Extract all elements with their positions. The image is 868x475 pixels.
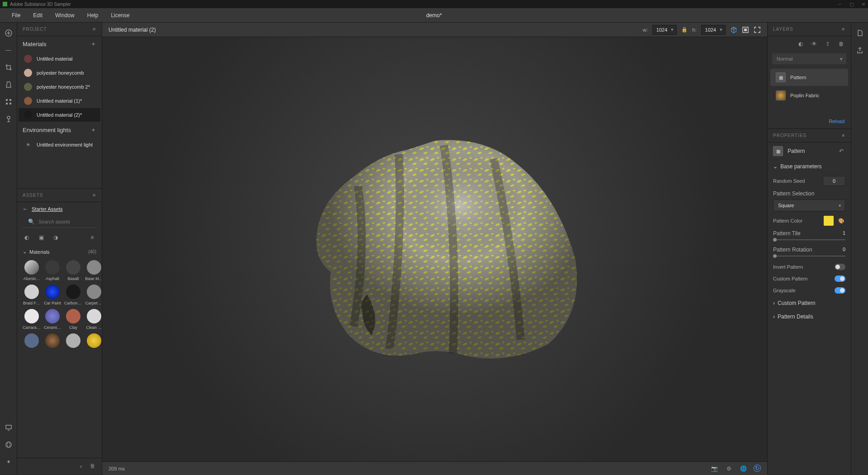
random-seed-input[interactable] xyxy=(823,176,845,186)
menu-window[interactable]: Window xyxy=(49,12,81,19)
assets-footer: ＋ 🗑 xyxy=(17,458,102,475)
breadcrumb-link[interactable]: Starter Assets xyxy=(32,206,62,212)
material-item[interactable]: Untitled material (2)* xyxy=(19,108,100,122)
asset-item[interactable]: Car Paint xyxy=(43,285,61,305)
asset-item[interactable]: Basalt xyxy=(64,260,82,281)
settings-icon[interactable]: ⚙ xyxy=(725,465,733,473)
asset-item[interactable]: Carbon … xyxy=(64,285,82,305)
project-header-label: PROJECT xyxy=(23,27,47,32)
camera-icon[interactable]: 📷 xyxy=(710,465,718,473)
globe-icon[interactable] xyxy=(5,441,13,449)
assets-close-icon[interactable]: ✕ xyxy=(92,193,96,198)
list-view-icon[interactable]: ≡ xyxy=(88,233,96,242)
maximize-button[interactable]: ▢ xyxy=(849,2,854,7)
asset-item[interactable]: Alumin… xyxy=(23,260,41,281)
asset-item[interactable] xyxy=(23,333,41,350)
layer-item[interactable]: Poplin Fabric xyxy=(770,87,848,104)
cube-view-icon[interactable] xyxy=(730,26,737,33)
pattern-tile-slider[interactable] xyxy=(773,239,845,240)
color-picker-icon[interactable]: 🎨 xyxy=(837,217,845,225)
add-tool-icon[interactable] xyxy=(5,29,13,37)
properties-close-icon[interactable]: ✕ xyxy=(841,133,845,138)
asset-label: Clean … xyxy=(85,325,102,330)
layers-close-icon[interactable]: ✕ xyxy=(841,27,845,32)
viewport-3d[interactable] xyxy=(102,37,767,461)
crop-tool-icon[interactable] xyxy=(5,63,13,71)
material-item[interactable]: polyester honeycomb xyxy=(19,66,100,80)
trash-icon[interactable]: 🗑 xyxy=(837,40,845,48)
invert-toggle[interactable] xyxy=(835,264,845,270)
viewport-container: Untitled material (2) w: 1024 🔒 h: 1024 xyxy=(102,23,767,475)
material-item[interactable]: Untitled material (1)* xyxy=(19,94,100,108)
blend-mode-select[interactable]: Normal xyxy=(772,53,846,64)
pattern-rotation-slider[interactable] xyxy=(773,256,845,256)
pattern-selection-select[interactable]: Square xyxy=(773,200,845,211)
asset-item[interactable]: Asphalt xyxy=(43,260,61,281)
back-arrow-icon[interactable]: ← xyxy=(23,206,28,212)
width-select[interactable]: 1024 xyxy=(652,25,677,35)
asset-item[interactable]: Carrara… xyxy=(23,309,41,330)
share-icon[interactable] xyxy=(856,46,864,54)
pin-tool-icon[interactable] xyxy=(5,115,13,123)
asset-item[interactable]: Base M… xyxy=(85,260,102,281)
filter-sphere-icon[interactable]: ◐ xyxy=(23,233,31,242)
reset-icon[interactable]: ↶ xyxy=(837,147,845,155)
grid-tool-icon[interactable] xyxy=(5,98,13,106)
filter-contrast-icon[interactable]: ◑ xyxy=(52,233,60,242)
window-controls: ─ ▢ ✕ xyxy=(838,2,865,7)
delete-asset-icon[interactable]: 🗑 xyxy=(90,463,95,470)
eye-icon[interactable]: 👁 xyxy=(810,40,818,48)
asset-item[interactable] xyxy=(43,333,61,350)
lock-icon[interactable]: 🔒 xyxy=(681,27,688,33)
menu-edit[interactable]: Edit xyxy=(27,12,49,19)
document-icon[interactable] xyxy=(856,29,864,37)
asset-label: Carpet … xyxy=(85,301,102,305)
expand-icon[interactable] xyxy=(754,26,761,33)
menu-file[interactable]: File xyxy=(5,12,27,19)
monitor-icon[interactable] xyxy=(5,423,13,432)
pattern-color-swatch[interactable] xyxy=(824,216,834,226)
asset-item[interactable]: Clay xyxy=(64,309,82,330)
right-toolbar xyxy=(851,23,868,475)
filter-image-icon[interactable]: ▣ xyxy=(37,233,45,242)
reload-link[interactable]: Reload xyxy=(768,105,851,128)
assets-search-input[interactable] xyxy=(38,219,101,224)
asset-item[interactable] xyxy=(64,333,82,350)
menu-license[interactable]: License xyxy=(104,12,136,19)
world-icon[interactable]: 🌐 xyxy=(739,465,747,473)
asset-item[interactable]: Cerami… xyxy=(43,309,61,330)
layer-thumb: ▦ xyxy=(776,72,786,82)
assets-category[interactable]: ⌄ Materials (40) xyxy=(17,246,102,257)
minimize-button[interactable]: ─ xyxy=(838,2,841,7)
refresh-icon[interactable]: ↻ xyxy=(754,465,761,472)
env-item[interactable]: ☀Untitled environment light xyxy=(19,138,100,152)
layers-header: LAYERS ✕ xyxy=(768,23,851,36)
asset-item[interactable]: Braid F… xyxy=(23,285,41,305)
height-select[interactable]: 1024 xyxy=(701,25,726,35)
custom-pattern-toggle[interactable] xyxy=(835,276,845,282)
material-item[interactable]: polyester honeycomb 2* xyxy=(19,80,100,94)
project-close-icon[interactable]: ✕ xyxy=(92,27,96,32)
add-material-icon[interactable]: ＋ xyxy=(90,40,96,48)
pattern-details-section[interactable]: › Pattern Details xyxy=(768,310,851,323)
asset-item[interactable]: Clean … xyxy=(85,309,102,330)
asset-item[interactable]: Carpet … xyxy=(85,285,102,305)
mask-icon[interactable]: ◐ xyxy=(797,40,805,48)
perspective-tool-icon[interactable] xyxy=(5,81,13,89)
square-view-icon[interactable] xyxy=(742,26,749,33)
asset-item[interactable] xyxy=(85,333,102,350)
sparkle-icon[interactable]: ✦ xyxy=(5,458,13,466)
material-item[interactable]: Untitled material xyxy=(19,52,100,66)
add-asset-icon[interactable]: ＋ xyxy=(78,463,84,470)
grayscale-toggle[interactable] xyxy=(835,287,845,294)
add-env-icon[interactable]: ＋ xyxy=(90,126,96,134)
export-icon[interactable]: ⇪ xyxy=(824,40,832,48)
left-toolbar: — ✦ xyxy=(0,23,17,475)
asset-thumb xyxy=(45,285,60,299)
base-params-section[interactable]: ⌄ Base parameters xyxy=(768,160,851,173)
close-button[interactable]: ✕ xyxy=(862,2,865,7)
asset-thumb xyxy=(87,285,101,299)
custom-pattern-section[interactable]: › Custom Pattern xyxy=(768,296,851,310)
layer-item[interactable]: ▦Pattern xyxy=(770,69,848,86)
menu-help[interactable]: Help xyxy=(81,12,105,19)
